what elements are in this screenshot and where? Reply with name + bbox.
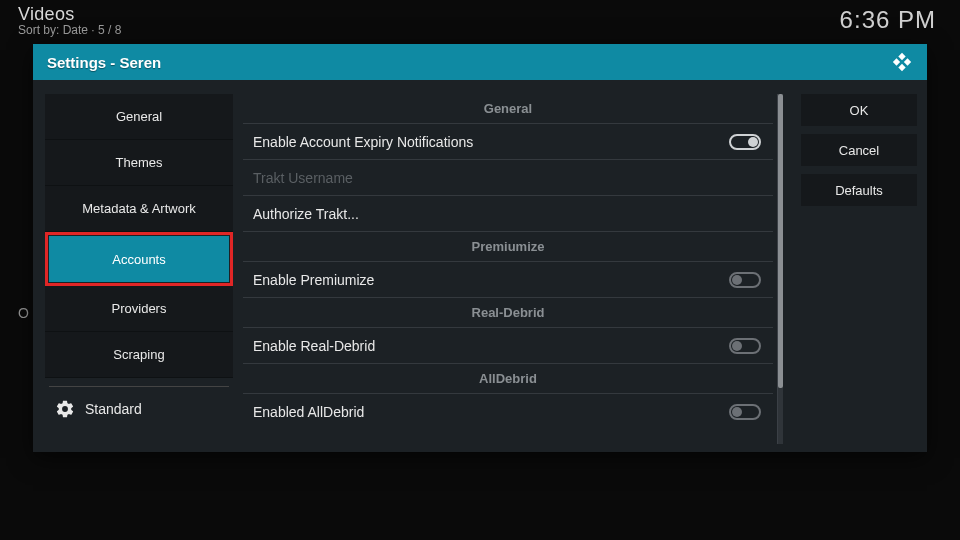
- group-header-general: General: [243, 94, 773, 124]
- dialog-body: General Themes Metadata & Artwork Accoun…: [33, 80, 927, 452]
- button-label: Defaults: [835, 183, 883, 198]
- dialog-title: Settings - Seren: [47, 54, 161, 71]
- scrollbar-thumb[interactable]: [778, 94, 783, 388]
- cancel-button[interactable]: Cancel: [801, 134, 917, 166]
- group-header-premiumize: Premiumize: [243, 232, 773, 262]
- button-label: OK: [850, 103, 869, 118]
- group-header-label: Premiumize: [472, 239, 545, 254]
- settings-content: General Enable Account Expiry Notificati…: [243, 94, 783, 444]
- clock: 6:36 PM: [840, 6, 936, 34]
- group-header-label: General: [484, 101, 532, 116]
- highlight-accounts: Accounts: [45, 232, 233, 286]
- top-bar: Videos Sort by: Date · 5 / 8 6:36 PM: [0, 0, 960, 40]
- sidebar-item-label: Metadata & Artwork: [82, 201, 195, 216]
- setting-label: Authorize Trakt...: [253, 206, 359, 222]
- letter-hint: O: [18, 305, 29, 321]
- sidebar-item-scraping[interactable]: Scraping: [45, 332, 233, 378]
- setting-label: Trakt Username: [253, 170, 353, 186]
- sidebar-item-general[interactable]: General: [45, 94, 233, 140]
- toggle-off-icon[interactable]: [729, 338, 761, 354]
- button-label: Cancel: [839, 143, 879, 158]
- content-scrollbar[interactable]: [778, 94, 783, 444]
- settings-content-scroll: General Enable Account Expiry Notificati…: [243, 94, 778, 444]
- settings-level-button[interactable]: Standard: [45, 393, 233, 419]
- setting-label: Enabled AllDebrid: [253, 404, 364, 420]
- group-header-label: Real-Debrid: [472, 305, 545, 320]
- setting-label: Enable Premiumize: [253, 272, 374, 288]
- settings-sidebar: General Themes Metadata & Artwork Accoun…: [45, 94, 233, 444]
- row-enabled-alldebrid[interactable]: Enabled AllDebrid: [243, 394, 773, 430]
- dialog-actions: OK Cancel Defaults: [793, 94, 917, 444]
- sidebar-divider: [49, 386, 229, 387]
- sidebar-item-accounts[interactable]: Accounts: [49, 236, 229, 282]
- defaults-button[interactable]: Defaults: [801, 174, 917, 206]
- sidebar-item-label: Scraping: [113, 347, 164, 362]
- sidebar-item-label: General: [116, 109, 162, 124]
- toggle-off-icon[interactable]: [729, 404, 761, 420]
- row-trakt-username: Trakt Username: [243, 160, 773, 196]
- sidebar-item-themes[interactable]: Themes: [45, 140, 233, 186]
- sidebar-item-label: Accounts: [112, 252, 165, 267]
- ok-button[interactable]: OK: [801, 94, 917, 126]
- sidebar-item-metadata-artwork[interactable]: Metadata & Artwork: [45, 186, 233, 232]
- row-enable-real-debrid[interactable]: Enable Real-Debrid: [243, 328, 773, 364]
- group-header-alldebrid: AllDebrid: [243, 364, 773, 394]
- dialog-header: Settings - Seren: [33, 44, 927, 80]
- breadcrumb-sub: Sort by: Date · 5 / 8: [18, 23, 942, 37]
- row-enable-premiumize[interactable]: Enable Premiumize: [243, 262, 773, 298]
- group-header-real-debrid: Real-Debrid: [243, 298, 773, 328]
- kodi-logo-icon: [891, 51, 913, 73]
- breadcrumb-title: Videos: [18, 4, 942, 25]
- toggle-off-icon[interactable]: [729, 272, 761, 288]
- setting-label: Enable Account Expiry Notifications: [253, 134, 473, 150]
- group-header-label: AllDebrid: [479, 371, 537, 386]
- setting-label: Enable Real-Debrid: [253, 338, 375, 354]
- row-enable-account-expiry[interactable]: Enable Account Expiry Notifications: [243, 124, 773, 160]
- toggle-on-icon[interactable]: [729, 134, 761, 150]
- settings-level-label: Standard: [85, 401, 142, 417]
- sidebar-item-providers[interactable]: Providers: [45, 286, 233, 332]
- sidebar-item-label: Providers: [112, 301, 167, 316]
- gear-icon: [55, 399, 75, 419]
- settings-dialog: Settings - Seren General Themes Metadata…: [33, 44, 927, 452]
- sidebar-item-label: Themes: [116, 155, 163, 170]
- row-authorize-trakt[interactable]: Authorize Trakt...: [243, 196, 773, 232]
